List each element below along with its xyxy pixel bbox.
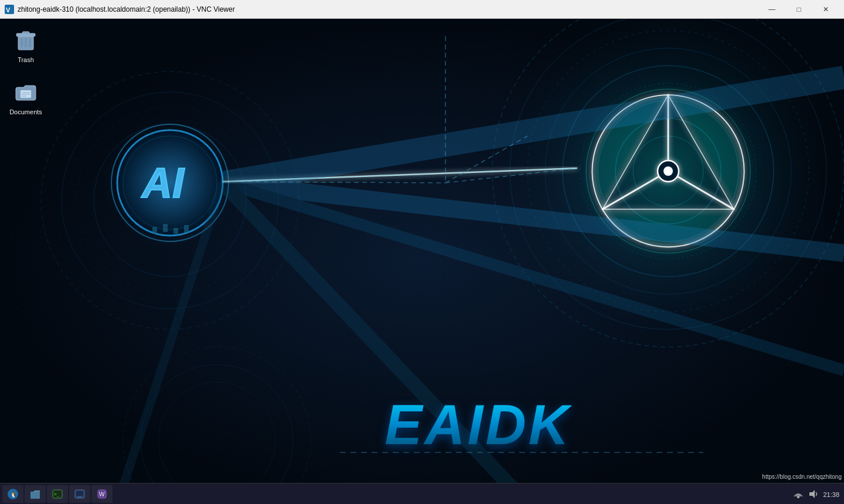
taskbar: 🐧 >_: [0, 483, 844, 504]
svg-rect-37: [173, 228, 178, 234]
trash-icon-label: Trash: [18, 56, 34, 64]
documents-icon-desktop[interactable]: Documents: [5, 76, 47, 118]
vnc-icon: V: [5, 5, 14, 14]
desktop: AI AI: [0, 19, 844, 504]
svg-point-24: [663, 166, 673, 176]
titlebar-controls: — □ ✕: [758, 0, 839, 19]
file-manager-icon: [30, 489, 40, 499]
trash-icon-image: [12, 26, 40, 54]
svg-text:V: V: [6, 6, 11, 13]
penguin-icon: 🐧: [7, 488, 19, 500]
maximize-button[interactable]: □: [785, 0, 812, 19]
svg-text:AI: AI: [141, 159, 185, 206]
taskbar-left: 🐧 >_: [0, 485, 113, 503]
svg-text:W: W: [99, 491, 105, 498]
svg-rect-35: [152, 227, 157, 234]
terminal-button[interactable]: >_: [47, 485, 68, 503]
svg-rect-38: [184, 225, 189, 233]
taskbar-right: 21:38: [792, 488, 844, 500]
svg-point-71: [798, 496, 799, 498]
network-icon: [792, 488, 804, 500]
svg-rect-36: [163, 224, 168, 232]
volume-icon: [808, 488, 819, 500]
svg-marker-72: [809, 490, 815, 498]
clock-display: 21:38: [823, 489, 839, 499]
svg-rect-53: [22, 32, 29, 34]
titlebar-left: V zhitong-eaidk-310 (localhost.localdoma…: [5, 5, 235, 14]
svg-text:>_: >_: [54, 492, 60, 497]
clock-time: 21:38: [823, 491, 839, 498]
file-manager-button[interactable]: [25, 485, 46, 503]
close-button[interactable]: ✕: [812, 0, 839, 19]
titlebar-title: zhitong-eaidk-310 (localhost.localdomain…: [18, 5, 235, 13]
start-button[interactable]: 🐧: [2, 485, 23, 503]
vnc-statusbar: https://blog.csdn.net/qqzhitong: [680, 474, 844, 483]
app2-icon: W: [97, 489, 107, 499]
trash-icon-desktop[interactable]: Trash: [5, 23, 47, 66]
desktop-icons: Trash Documents: [5, 23, 47, 118]
minimize-button[interactable]: —: [758, 0, 785, 19]
terminal-icon: >_: [52, 489, 63, 499]
taskbar-app1-button[interactable]: [69, 485, 90, 503]
vnc-area: AI AI: [0, 19, 844, 504]
taskbar-app2-button[interactable]: W: [91, 485, 113, 503]
svg-text:🐧: 🐧: [10, 491, 18, 498]
svg-rect-63: [30, 492, 40, 499]
svg-rect-67: [76, 491, 83, 496]
eaidk-logo-text: EAIDK: [384, 393, 571, 457]
vnc-status-url: https://blog.csdn.net/qqzhitong: [680, 474, 844, 480]
app1-icon: [74, 489, 85, 499]
svg-rect-68: [77, 496, 82, 498]
documents-icon-label: Documents: [9, 108, 42, 116]
titlebar: V zhitong-eaidk-310 (localhost.localdoma…: [0, 0, 844, 19]
documents-icon-image: [12, 78, 40, 106]
